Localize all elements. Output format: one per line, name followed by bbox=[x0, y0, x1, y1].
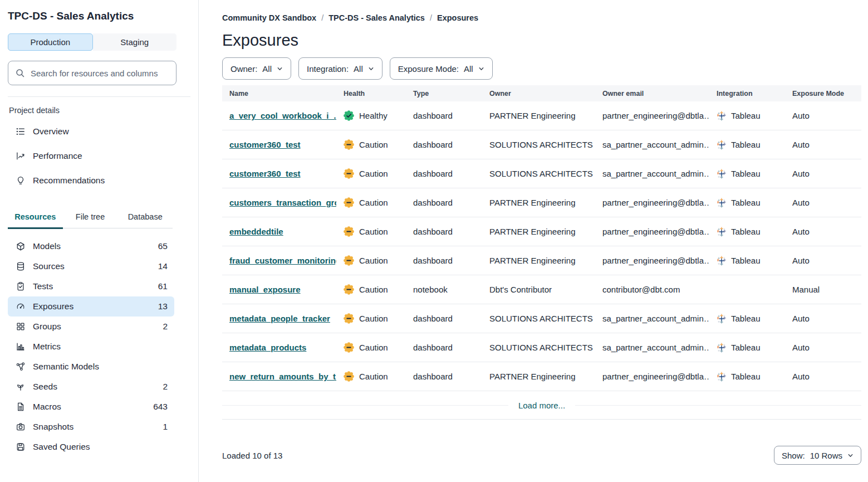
resource-item-label: Semantic Models bbox=[33, 362, 168, 372]
health-cell: Caution bbox=[336, 139, 406, 150]
sidebar-item-snapshots[interactable]: Snapshots 1 bbox=[8, 417, 174, 437]
list-icon bbox=[16, 126, 26, 137]
sidebar-item-tests[interactable]: Tests 61 bbox=[8, 276, 174, 296]
staging-toggle-label: Staging bbox=[120, 37, 149, 47]
loaded-count-label: Loaded 10 of 13 bbox=[222, 451, 282, 460]
health-label: Caution bbox=[359, 343, 388, 352]
filter-value: All bbox=[354, 64, 363, 74]
resource-item-label: Exposures bbox=[33, 301, 158, 311]
project-nav: Overview Performance Recommendations bbox=[8, 119, 190, 193]
tab-database[interactable]: Database bbox=[117, 207, 173, 228]
sidebar-item-groups[interactable]: Groups 2 bbox=[8, 317, 174, 337]
sidebar-item-metrics[interactable]: Metrics bbox=[8, 337, 174, 357]
owner-email-cell: sa_partner_account_admin… bbox=[595, 140, 709, 149]
sidebar-item-macros[interactable]: Macros 643 bbox=[8, 397, 174, 417]
resource-item-count: 643 bbox=[153, 402, 168, 412]
filter-integration[interactable]: Integration: All bbox=[298, 57, 382, 80]
table-row: customer360_test Caution dashboard SOLUT… bbox=[222, 159, 861, 188]
integration-label: Tableau bbox=[731, 227, 761, 236]
exposure-name-link[interactable]: manual_exposure bbox=[229, 285, 301, 294]
tab-file-tree[interactable]: File tree bbox=[63, 207, 118, 228]
column-header: Integration bbox=[709, 90, 785, 98]
owner-cell: SOLUTIONS ARCHITECTS bbox=[482, 314, 595, 323]
show-rows-dropdown[interactable]: Show: 10 Rows bbox=[774, 446, 861, 465]
type-cell: dashboard bbox=[406, 169, 482, 178]
integration-cell: Tableau bbox=[709, 227, 785, 237]
integration-cell: Tableau bbox=[709, 111, 785, 121]
show-value: 10 Rows bbox=[810, 451, 842, 460]
breadcrumb-item[interactable]: TPC-DS - Sales Analytics bbox=[328, 13, 425, 22]
exposure-name-link[interactable]: new_return_amounts_by_t… bbox=[229, 372, 336, 381]
show-label: Show: bbox=[782, 451, 805, 460]
sidebar-nav-item-overview[interactable]: Overview bbox=[8, 119, 190, 144]
staging-toggle-button[interactable]: Staging bbox=[93, 33, 177, 51]
exposure-name-link[interactable]: fraud_customer_monitoring bbox=[229, 256, 336, 265]
sidebar-item-sources[interactable]: Sources 14 bbox=[8, 256, 174, 276]
exposure-name-link[interactable]: metadata_products bbox=[229, 343, 306, 352]
production-toggle-button[interactable]: Production bbox=[8, 33, 93, 51]
filter-label: Integration: bbox=[307, 64, 349, 74]
integration-label: Tableau bbox=[731, 140, 761, 149]
exposure-name-link[interactable]: customers_transaction_gro… bbox=[229, 198, 336, 207]
owner-email-cell: contributor@dbt.com bbox=[595, 285, 709, 294]
owner-cell: PARTNER Engineering bbox=[482, 256, 595, 265]
healthy-badge-icon bbox=[344, 110, 354, 121]
column-header: Type bbox=[406, 90, 482, 98]
sidebar-item-seeds[interactable]: Seeds 2 bbox=[8, 377, 174, 397]
tableau-icon bbox=[717, 372, 727, 382]
search-input[interactable] bbox=[31, 69, 169, 78]
resource-item-count: 2 bbox=[163, 322, 168, 332]
load-more-link[interactable]: Load more... bbox=[508, 401, 575, 410]
exposure-name-link[interactable]: metadata_people_tracker bbox=[229, 314, 330, 323]
filter-exposure-mode[interactable]: Exposure Mode: All bbox=[390, 57, 493, 80]
owner-email-cell: sa_partner_account_admin… bbox=[595, 169, 709, 178]
tab-label: File tree bbox=[76, 212, 105, 221]
table-footer: Loaded 10 of 13 Show: 10 Rows bbox=[222, 446, 861, 465]
exposure-mode-cell: Auto bbox=[785, 227, 861, 236]
sidebar: TPC-DS - Sales Analytics Production Stag… bbox=[0, 0, 199, 482]
search-box[interactable] bbox=[8, 61, 176, 85]
exposure-name-link[interactable]: embeddedtile bbox=[229, 227, 283, 236]
tableau-icon bbox=[717, 343, 727, 353]
sidebar-item-models[interactable]: Models 65 bbox=[8, 236, 174, 256]
sidebar-item-semantic-models[interactable]: Semantic Models bbox=[8, 357, 174, 377]
seedling-icon bbox=[16, 382, 26, 392]
tab-label: Resources bbox=[14, 212, 56, 221]
type-cell: dashboard bbox=[406, 140, 482, 149]
sidebar-item-saved-queries[interactable]: Saved Queries bbox=[8, 437, 174, 457]
health-label: Caution bbox=[359, 314, 388, 323]
gauge-icon bbox=[16, 301, 26, 311]
caution-badge-icon bbox=[344, 255, 354, 266]
exposure-mode-cell: Auto bbox=[785, 314, 861, 323]
sidebar-nav-item-performance[interactable]: Performance bbox=[8, 144, 190, 168]
main-content: Community DX Sandbox/TPC-DS - Sales Anal… bbox=[199, 0, 868, 482]
health-label: Caution bbox=[359, 169, 388, 178]
breadcrumb-item[interactable]: Exposures bbox=[437, 13, 478, 22]
type-cell: dashboard bbox=[406, 372, 482, 381]
tab-label: Database bbox=[128, 212, 163, 221]
grid-icon bbox=[16, 322, 26, 332]
health-label: Caution bbox=[359, 227, 388, 236]
health-label: Caution bbox=[359, 372, 388, 381]
health-cell: Caution bbox=[336, 284, 406, 295]
integration-label: Tableau bbox=[731, 343, 761, 352]
owner-cell: PARTNER Engineering bbox=[482, 372, 595, 381]
exposure-name-link[interactable]: customer360_test bbox=[229, 140, 301, 149]
resource-item-label: Models bbox=[33, 241, 158, 251]
caution-badge-icon bbox=[344, 284, 354, 295]
exposure-name-link[interactable]: customer360_test bbox=[229, 169, 301, 178]
tab-resources[interactable]: Resources bbox=[8, 207, 63, 228]
tableau-icon bbox=[717, 227, 727, 237]
integration-cell: Tableau bbox=[709, 140, 785, 150]
owner-email-cell: partner_engineering@dbtla… bbox=[595, 256, 709, 265]
filter-owner[interactable]: Owner: All bbox=[222, 57, 291, 80]
sidebar-item-exposures[interactable]: Exposures 13 bbox=[8, 296, 174, 317]
owner-cell: SOLUTIONS ARCHITECTS bbox=[482, 169, 595, 178]
resource-item-label: Groups bbox=[33, 322, 163, 332]
breadcrumb-item[interactable]: Community DX Sandbox bbox=[222, 13, 316, 22]
exposure-name-link[interactable]: a_very_cool_workbook_i_… bbox=[229, 111, 336, 120]
resource-item-count: 1 bbox=[163, 422, 168, 432]
sidebar-nav-item-recommendations[interactable]: Recommendations bbox=[8, 168, 190, 193]
chevron-down-icon bbox=[478, 66, 484, 72]
resource-item-label: Snapshots bbox=[33, 422, 163, 432]
